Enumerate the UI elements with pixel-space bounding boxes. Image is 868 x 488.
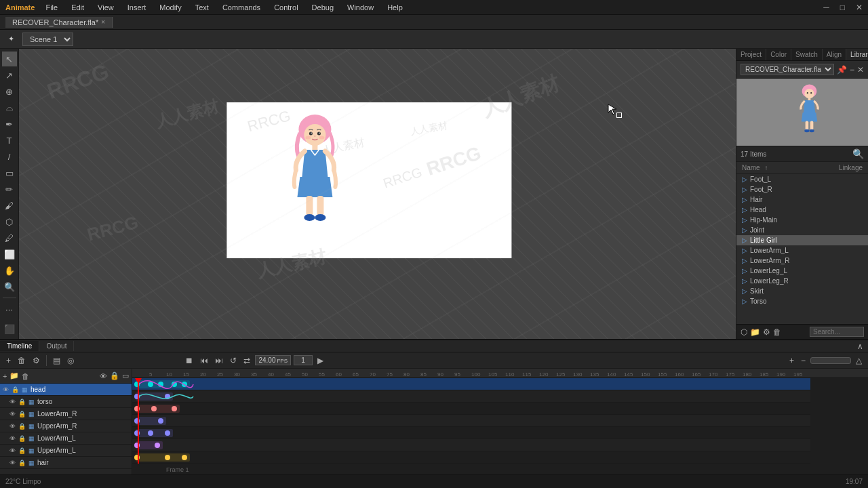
track-row[interactable]	[132, 415, 810, 427]
tool-options[interactable]: ⬛	[2, 321, 17, 336]
library-item[interactable]: ▷Skirt	[736, 286, 868, 296]
library-file-selector[interactable]: RECOVER_Character.fla	[741, 64, 834, 75]
add-layer-btn[interactable]: +	[3, 372, 7, 380]
layer-outline-icon[interactable]: ▭	[122, 371, 129, 380]
library-item[interactable]: ▷Joint	[736, 225, 868, 235]
track-row[interactable]	[132, 390, 810, 403]
scene-selector[interactable]: Scene 1	[22, 33, 73, 46]
layer-visibility-toggle[interactable]: 👁	[9, 411, 16, 418]
paint-bucket-tool[interactable]: ⬡	[2, 214, 17, 229]
menu-modify[interactable]: Modify	[157, 2, 184, 13]
menu-edit[interactable]: Edit	[68, 2, 87, 13]
track-row[interactable]	[132, 403, 810, 415]
window-maximize[interactable]: □	[840, 3, 845, 12]
menu-view[interactable]: View	[95, 2, 117, 13]
keyframe[interactable]	[158, 418, 163, 424]
panel-tab-align[interactable]: Align	[823, 49, 846, 60]
library-item[interactable]: ▷Little Girl	[736, 235, 868, 245]
line-tool[interactable]: /	[2, 149, 17, 164]
timeline-collapse-all[interactable]: −	[799, 355, 808, 366]
pencil-tool[interactable]: ✏	[2, 182, 17, 197]
lasso-tool[interactable]: ⌓	[2, 100, 17, 115]
eyedropper-tool[interactable]: 🖊	[2, 230, 17, 245]
pen-tool[interactable]: ✒	[2, 117, 17, 131]
layer-row[interactable]: 👁 🔒 ▦ UpperArm_R	[0, 420, 132, 432]
keyframe[interactable]	[182, 382, 187, 387]
library-item[interactable]: ▷Foot_R	[736, 184, 868, 195]
sync-btn[interactable]: ⇄	[241, 355, 252, 366]
layer-lock-toggle[interactable]: 🔒	[18, 447, 26, 454]
new-layer-btn[interactable]: +	[4, 355, 13, 366]
library-collapse-btn[interactable]: −	[850, 65, 854, 75]
menu-debug[interactable]: Debug	[309, 2, 336, 13]
menu-control[interactable]: Control	[271, 2, 300, 13]
layer-props-btn[interactable]: ⚙	[31, 355, 42, 366]
delete-btn[interactable]: 🗑	[773, 327, 781, 337]
new-folder-btn[interactable]: 📁	[750, 327, 760, 337]
library-search-input[interactable]	[810, 327, 864, 337]
zoom-tool[interactable]: 🔍	[2, 279, 17, 294]
timeline-zoom-in[interactable]: +	[787, 355, 796, 366]
library-search-icon[interactable]: 🔍	[852, 148, 864, 159]
loop-btn[interactable]: ↺	[228, 355, 239, 366]
layer-lock-toggle[interactable]: 🔒	[18, 411, 26, 418]
text-tool[interactable]: T	[2, 133, 17, 148]
library-item[interactable]: ▷LowerLeg_L	[736, 266, 868, 276]
library-item[interactable]: ▷Hip-Main	[736, 215, 868, 225]
keyframe[interactable]	[148, 430, 153, 436]
keyframe[interactable]	[165, 394, 170, 399]
subselect-tool[interactable]: ↗	[2, 68, 17, 83]
step-forward-btn[interactable]: ⏭	[213, 355, 225, 366]
panel-tab-project[interactable]: Project	[736, 49, 766, 60]
keyframe[interactable]	[158, 382, 163, 387]
frame-number-input[interactable]	[294, 355, 313, 365]
panel-tab-library[interactable]: Library	[846, 49, 868, 60]
layer-row[interactable]: 👁 🔒 ▦ LowerArm_L	[0, 432, 132, 445]
document-tab[interactable]: RECOVER_Character.fla* ×	[5, 17, 113, 28]
keyframe[interactable]	[148, 382, 153, 387]
timeline-zoom-slider[interactable]	[810, 357, 851, 364]
menu-file[interactable]: File	[43, 2, 60, 13]
timeline-tab[interactable]: Timeline	[0, 341, 39, 351]
library-close-btn[interactable]: ✕	[857, 65, 864, 75]
play-btn[interactable]: ▶	[315, 355, 326, 366]
keyframe[interactable]	[182, 455, 187, 460]
select-tool[interactable]: ↖	[2, 52, 17, 66]
menu-help[interactable]: Help	[384, 2, 406, 13]
window-minimize[interactable]: ─	[823, 3, 829, 12]
track-row[interactable]	[132, 439, 810, 451]
library-item[interactable]: ▷LowerLeg_R	[736, 276, 868, 286]
layer-row[interactable]: 👁 🔒 ▦ hair	[0, 457, 132, 469]
eraser-tool[interactable]: ⬜	[2, 247, 17, 262]
keyframe[interactable]	[165, 430, 170, 436]
panel-tab-color[interactable]: Color	[766, 49, 791, 60]
layer-visibility-toggle[interactable]: 👁	[9, 423, 16, 430]
new-symbol-btn[interactable]: ⬡	[741, 327, 747, 337]
layer-lock-toggle[interactable]: 🔒	[18, 460, 26, 466]
keyframe[interactable]	[165, 455, 170, 460]
layer-visibility-toggle[interactable]: 👁	[3, 386, 9, 393]
keyframe[interactable]	[151, 406, 157, 411]
delete-layer-btn[interactable]: 🗑	[16, 355, 28, 366]
frame-view-btn[interactable]: ▤	[51, 355, 62, 366]
menu-window[interactable]: Window	[344, 2, 376, 13]
timeline-expand-btn[interactable]: ∧	[855, 341, 865, 352]
track-row[interactable]	[132, 451, 810, 464]
play-stop-btn[interactable]: ⏹	[183, 355, 195, 366]
menu-text[interactable]: Text	[193, 2, 212, 13]
layer-lock-icon[interactable]: 🔒	[110, 371, 119, 380]
library-item[interactable]: ▷LowerArm_L	[736, 245, 868, 256]
canvas-area[interactable]: RRCG 人人素材 RRCG 人人素材 人人素材 RRCG RRCG 人人素材 …	[19, 49, 736, 339]
library-item[interactable]: ▷Hair	[736, 195, 868, 205]
step-back-btn[interactable]: ⏮	[198, 355, 210, 366]
layer-vis-icon[interactable]: 👁	[100, 372, 107, 380]
panel-tab-swatch[interactable]: Swatch	[791, 49, 823, 60]
free-transform-tool[interactable]: ⊕	[2, 84, 17, 99]
keyframe[interactable]	[172, 382, 177, 387]
keyframe[interactable]	[172, 406, 177, 411]
more-tools[interactable]: ···	[2, 302, 17, 317]
layer-lock-toggle[interactable]: 🔒	[18, 435, 26, 442]
hand-tool[interactable]: ✋	[2, 263, 17, 278]
rect-tool[interactable]: ▭	[2, 165, 17, 180]
layer-lock-toggle[interactable]: 🔒	[12, 386, 19, 393]
